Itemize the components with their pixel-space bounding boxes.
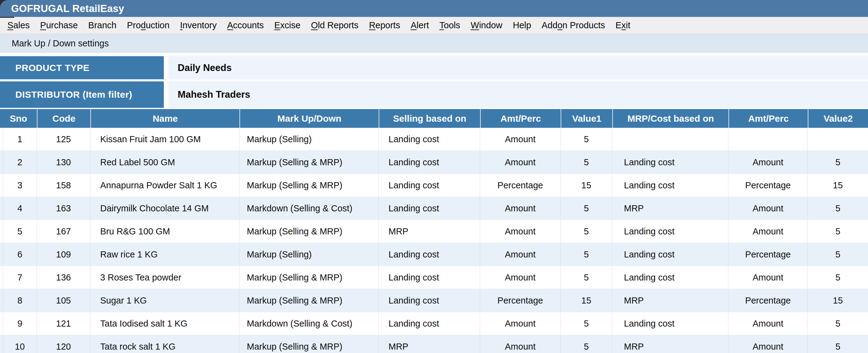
cell-mark-up-down[interactable]: Markup (Selling & MRP) — [240, 151, 379, 173]
cell-value1[interactable]: 5 — [561, 335, 612, 353]
cell-value1[interactable]: 15 — [561, 174, 612, 197]
cell-amt-perc[interactable]: Amount — [480, 151, 561, 173]
cell-value1[interactable]: 15 — [561, 289, 612, 312]
row-selector-cell[interactable] — [0, 266, 3, 289]
menu-item-sales[interactable]: Sales — [7, 20, 30, 30]
cell-amt-perc[interactable]: Amount — [480, 266, 561, 289]
cell-amt-perc-2[interactable]: Amount — [728, 197, 808, 220]
row-selector-cell[interactable] — [0, 335, 3, 353]
cell-selling-based-on[interactable]: Landing cost — [379, 128, 480, 151]
cell-mark-up-down[interactable]: Markdown (Selling & Cost) — [240, 197, 379, 220]
row-selector-cell[interactable] — [0, 289, 3, 312]
menu-item-reports[interactable]: Reports — [369, 20, 400, 30]
cell-mrp-cost-based-on[interactable]: Landing cost — [612, 174, 728, 197]
cell-value2[interactable]: 5 — [808, 335, 868, 353]
cell-selling-based-on[interactable]: Landing cost — [379, 289, 480, 312]
cell-mark-up-down[interactable]: Markup (Selling & MRP) — [240, 174, 379, 197]
cell-value2[interactable]: 15 — [808, 174, 868, 197]
cell-amt-perc[interactable]: Amount — [480, 335, 561, 353]
cell-selling-based-on[interactable]: Landing cost — [379, 174, 480, 197]
cell-amt-perc-2[interactable]: Amount — [728, 312, 808, 335]
row-selector-cell[interactable] — [0, 243, 3, 266]
cell-amt-perc[interactable]: Amount — [480, 243, 561, 266]
cell-value2[interactable]: 15 — [808, 289, 868, 312]
cell-amt-perc[interactable]: Amount — [480, 312, 561, 335]
cell-selling-based-on[interactable]: Landing cost — [379, 197, 480, 220]
row-selector-cell[interactable] — [0, 312, 3, 335]
cell-amt-perc-2[interactable]: Amount — [728, 335, 808, 353]
cell-value2[interactable]: 5 — [808, 197, 868, 220]
cell-value2[interactable]: 5 — [808, 151, 868, 173]
cell-amt-perc-2[interactable]: Percentage — [728, 243, 808, 266]
table-row: 71363 Roses Tea powderMarkup (Selling & … — [0, 266, 868, 289]
cell-value2[interactable]: 5 — [808, 243, 868, 266]
cell-value1[interactable]: 5 — [561, 312, 612, 335]
cell-mrp-cost-based-on[interactable]: MRP — [612, 335, 728, 353]
cell-value2[interactable]: 5 — [808, 266, 868, 289]
cell-amt-perc-2[interactable]: Percentage — [728, 289, 808, 312]
cell-mrp-cost-based-on[interactable]: MRP — [612, 289, 728, 312]
cell-amt-perc[interactable]: Percentage — [480, 174, 561, 197]
cell-selling-based-on[interactable]: Landing cost — [379, 312, 480, 335]
cell-value1[interactable]: 5 — [561, 220, 612, 243]
cell-mark-up-down[interactable]: Markup (Selling) — [240, 128, 379, 151]
cell-value2[interactable]: 5 — [808, 220, 868, 243]
cell-name: Tata rock salt 1 KG — [90, 335, 240, 353]
cell-value1[interactable]: 5 — [561, 128, 612, 151]
menu-item-old-reports[interactable]: Old Reports — [311, 20, 359, 30]
cell-selling-based-on[interactable]: MRP — [379, 335, 480, 353]
menu-item-window[interactable]: Window — [471, 20, 502, 30]
menu-item-excise[interactable]: Excise — [274, 20, 300, 30]
cell-amt-perc-2[interactable] — [728, 128, 808, 151]
cell-value1[interactable]: 5 — [561, 197, 612, 220]
cell-mrp-cost-based-on[interactable]: MRP — [612, 197, 728, 220]
cell-mrp-cost-based-on[interactable]: Landing cost — [612, 220, 728, 243]
row-selector-cell[interactable] — [0, 174, 3, 197]
cell-value2[interactable] — [808, 128, 868, 151]
cell-amt-perc-2[interactable]: Amount — [728, 220, 808, 243]
cell-amt-perc-2[interactable]: Percentage — [728, 174, 808, 197]
cell-selling-based-on[interactable]: Landing cost — [379, 266, 480, 289]
cell-amt-perc[interactable]: Percentage — [480, 289, 561, 312]
cell-value2[interactable]: 5 — [808, 312, 868, 335]
cell-amt-perc[interactable]: Amount — [480, 128, 561, 151]
cell-selling-based-on[interactable]: MRP — [379, 220, 480, 243]
cell-amt-perc-2[interactable]: Amount — [728, 151, 808, 173]
cell-value1[interactable]: 5 — [561, 151, 612, 173]
cell-mark-up-down[interactable]: Markup (Selling & MRP) — [240, 335, 379, 353]
cell-mark-up-down[interactable]: Markdown (Selling & Cost) — [240, 312, 379, 335]
cell-mark-up-down[interactable]: Markup (Selling) — [240, 243, 379, 266]
cell-mark-up-down[interactable]: Markup (Selling & MRP) — [240, 220, 379, 243]
menu-item-help[interactable]: Help — [513, 20, 531, 30]
menu-item-branch[interactable]: Branch — [88, 20, 117, 30]
cell-mark-up-down[interactable]: Markup (Selling & MRP) — [240, 266, 379, 289]
menu-item-purchase[interactable]: Purchase — [40, 20, 78, 30]
cell-amt-perc[interactable]: Amount — [480, 197, 561, 220]
cell-code: 121 — [37, 312, 90, 335]
cell-selling-based-on[interactable]: Landing cost — [379, 151, 480, 173]
product-type-value[interactable]: Daily Needs — [168, 56, 868, 79]
cell-selling-based-on[interactable]: Landing cost — [379, 243, 480, 266]
row-selector-cell[interactable] — [0, 197, 3, 220]
cell-amt-perc-2[interactable]: Amount — [728, 266, 808, 289]
cell-value1[interactable]: 5 — [561, 266, 612, 289]
menu-item-production[interactable]: Production — [127, 20, 170, 30]
menu-item-addon-products[interactable]: Addon Products — [541, 20, 605, 30]
cell-amt-perc[interactable]: Amount — [480, 220, 561, 243]
cell-mrp-cost-based-on[interactable]: Landing cost — [612, 243, 728, 266]
menu-item-inventory[interactable]: Inventory — [180, 20, 217, 30]
row-selector-cell[interactable] — [0, 220, 3, 243]
distributor-value[interactable]: Mahesh Traders — [168, 82, 868, 108]
cell-mrp-cost-based-on[interactable]: Landing cost — [612, 151, 728, 173]
row-selector-cell[interactable] — [0, 151, 3, 173]
cell-mark-up-down[interactable]: Markup (Selling & MRP) — [240, 289, 379, 312]
menu-item-accounts[interactable]: Accounts — [227, 20, 264, 30]
menu-item-exit[interactable]: Exit — [615, 20, 630, 30]
row-selector-cell[interactable] — [0, 128, 3, 151]
cell-mrp-cost-based-on[interactable] — [612, 128, 728, 151]
cell-value1[interactable]: 5 — [561, 243, 612, 266]
menu-item-alert[interactable]: Alert — [411, 20, 429, 30]
cell-mrp-cost-based-on[interactable]: Landing cost — [612, 266, 728, 289]
menu-item-tools[interactable]: Tools — [439, 20, 460, 30]
cell-mrp-cost-based-on[interactable]: Landing cost — [612, 312, 728, 335]
